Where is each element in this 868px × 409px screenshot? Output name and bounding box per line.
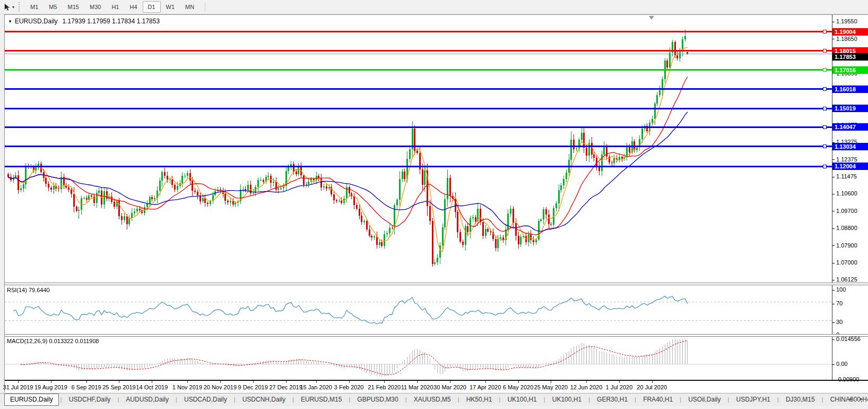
chart-tab-dj30-m15[interactable]: DJ30,M15 (780, 394, 820, 405)
timeframe-button-d1[interactable]: D1 (143, 1, 161, 13)
horizontal-level-line-1.18015[interactable] (5, 50, 832, 52)
tab-separator: | (776, 396, 780, 403)
chart-tab-usdjpy-h1[interactable]: USDJPY,H1 (731, 394, 775, 405)
panel-separator[interactable] (5, 334, 868, 337)
tab-separator: | (404, 396, 409, 403)
date-tick (485, 381, 486, 383)
rsi-axis-tick: 100 (832, 286, 868, 293)
date-tick (316, 381, 317, 383)
tab-separator: | (291, 396, 296, 403)
date-tick (86, 381, 87, 383)
date-tick (187, 381, 188, 383)
chart-tab-eurusd-daily[interactable]: EURUSD,Daily (4, 394, 59, 406)
y-axis-tick: 1.06125 (832, 276, 868, 283)
price-chart-canvas[interactable] (5, 15, 832, 283)
date-tick (518, 381, 519, 383)
tab-separator: | (587, 396, 592, 403)
date-tick (450, 381, 450, 383)
date-label: 20 Jul 2020 (631, 384, 673, 390)
cursor-tool-dropdown-icon[interactable]: ▾ (12, 5, 14, 10)
chart-tab-usoil-daily[interactable]: USOil,Daily (683, 394, 726, 405)
timeframe-button-h1[interactable]: H1 (106, 1, 124, 13)
chart-tab-xauusd-m5[interactable]: XAUUSD,M5 (409, 394, 456, 405)
line-drag-handle[interactable] (823, 165, 827, 168)
line-drag-handle[interactable] (823, 68, 827, 72)
date-tick (417, 381, 418, 383)
chart-tab-hk50-h1[interactable]: HK50,H1 (461, 394, 498, 405)
line-drag-handle[interactable] (823, 49, 827, 53)
date-tick (18, 381, 19, 383)
price-level-label-1.13034: 1.13034 (832, 143, 868, 150)
horizontal-level-line-1.12004[interactable] (5, 166, 832, 167)
chart-tab-usdcnh-daily[interactable]: USDCNH,Daily (237, 394, 291, 405)
chart-tab-usdchf-daily[interactable]: USDCHF,Daily (64, 394, 116, 405)
chart-tab-uk100-h1[interactable]: UK100,H1 (547, 394, 587, 405)
timeframe-button-m5[interactable]: M5 (44, 1, 62, 13)
y-axis-tick: 1.12375 (832, 156, 868, 163)
tab-separator: | (174, 396, 179, 403)
line-drag-handle[interactable] (823, 87, 827, 91)
chart-tab-fra40-h1[interactable]: FRA40,H1 (638, 394, 678, 405)
timeframe-button-group: M1M5M15M30H1H4D1W1MN (25, 1, 199, 13)
line-drag-handle[interactable] (823, 125, 827, 129)
rsi-canvas[interactable] (5, 286, 832, 334)
timeframe-button-m15[interactable]: M15 (63, 1, 84, 13)
date-tick (51, 381, 51, 383)
timeframe-button-m1[interactable]: M1 (25, 1, 44, 13)
macd-canvas[interactable] (5, 337, 832, 380)
date-tick (152, 381, 152, 383)
macd-axis-tick: 0.00 (832, 360, 868, 368)
chart-tab-uk100-h1[interactable]: UK100,H1 (502, 394, 542, 405)
chart-ohlc-values: 1.17939 1.17959 1.17834 1.17853 (63, 18, 160, 25)
chart-tab-usdcad-daily[interactable]: USDCAD,Daily (179, 394, 232, 405)
chart-shift-marker-icon[interactable] (649, 16, 654, 20)
tab-separator: | (497, 396, 502, 403)
rsi-axis-tick: 70 (832, 300, 868, 307)
horizontal-level-line-1.16018[interactable] (5, 88, 832, 90)
tabs-scroll-left-icon[interactable]: ◄ (848, 396, 853, 402)
timeframe-button-m30[interactable]: M30 (84, 1, 106, 13)
chart-tab-eurusd-m15[interactable]: EURUSD,M15 (296, 394, 347, 405)
timeframe-button-mn[interactable]: MN (180, 1, 199, 13)
price-level-label-1.17016: 1.17016 (832, 66, 868, 74)
price-level-label-1.12004: 1.12004 (832, 163, 868, 170)
mt4-app: ▾ M1M5M15M30H1H4D1W1MN ▼EURUSD,Daily1.17… (0, 0, 868, 409)
date-tick (286, 381, 287, 383)
chart-tab-gbpusd-m30[interactable]: GBPUSD,M30 (352, 394, 403, 405)
tab-separator: | (820, 396, 825, 403)
date-tick (619, 381, 620, 383)
tab-separator: | (633, 396, 638, 403)
current-price-label: 1.17853 (832, 53, 868, 61)
horizontal-level-line-1.19004[interactable] (5, 31, 832, 32)
collapse-triangle-icon[interactable]: ▼ (8, 19, 12, 24)
current-price-line (5, 54, 832, 54)
macd-axis-tick: -0.00900 (832, 376, 868, 383)
price-level-label-1.14047: 1.14047 (832, 123, 868, 131)
rsi-axis-tick: 30 (832, 318, 868, 326)
rsi-label: RSI(14) 79.6440 (7, 287, 50, 293)
tabs-scroll-right-icon[interactable]: ► (859, 396, 864, 402)
horizontal-level-line-1.17016[interactable] (5, 69, 832, 71)
line-drag-handle[interactable] (823, 144, 827, 148)
timeframe-button-w1[interactable]: W1 (161, 1, 180, 13)
y-axis-tick: 1.09700 (832, 207, 868, 215)
horizontal-level-line-1.15019[interactable] (5, 108, 832, 109)
chart-tab-audusd-daily[interactable]: AUDUSD,Daily (120, 394, 174, 405)
horizontal-level-line-1.13034[interactable] (5, 146, 832, 147)
panel-separator[interactable] (5, 283, 868, 285)
timeframe-button-h4[interactable]: H4 (124, 1, 142, 13)
date-axis[interactable]: 31 Jul 201919 Aug 20196 Sep 201925 Sep 2… (5, 381, 868, 393)
horizontal-level-line-1.14047[interactable] (5, 126, 832, 128)
chart-symbol-label: EURUSD,Daily (15, 18, 58, 25)
plot-bottom-border (5, 380, 868, 381)
line-drag-handle[interactable] (823, 107, 827, 110)
date-tick (652, 381, 653, 383)
tab-separator: | (59, 396, 64, 403)
price-level-label-1.19004: 1.19004 (832, 28, 868, 36)
line-drag-handle[interactable] (823, 30, 827, 33)
y-axis-tick: 1.11475 (832, 173, 868, 180)
cursor-tool-icon[interactable] (2, 2, 12, 12)
chart-window: ▼EURUSD,Daily1.17939 1.17959 1.17834 1.1… (4, 14, 868, 393)
chart-tab-ger30-h1[interactable]: GER30,H1 (592, 394, 633, 405)
price-axis-border (832, 15, 832, 380)
